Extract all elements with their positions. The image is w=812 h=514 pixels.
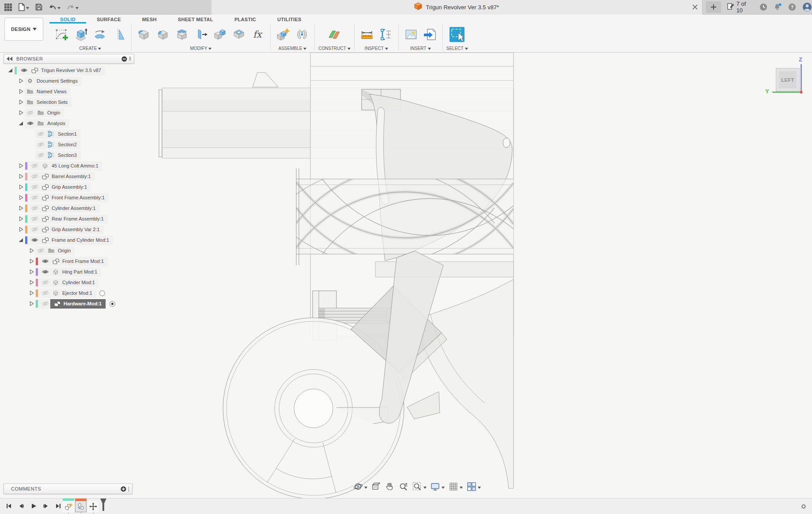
- revolve-button[interactable]: [91, 24, 109, 45]
- browser-row-45-long-colt-ammo-1[interactable]: 45 Long Colt Ammo:1: [4, 160, 134, 171]
- chamfer-button[interactable]: [154, 24, 172, 45]
- visibility-off-icon[interactable]: [30, 184, 38, 190]
- viewcube[interactable]: Z Y LEFT: [762, 55, 811, 98]
- arrow-collapsed-icon[interactable]: [18, 173, 24, 179]
- step-forward-button[interactable]: [42, 503, 49, 510]
- browser-row-ejector-mod-1[interactable]: Ejector Mod:1: [4, 288, 134, 298]
- browser-row-section1[interactable]: Section1: [4, 129, 134, 139]
- arrow-expanded-icon[interactable]: [18, 237, 24, 243]
- visibility-off-icon[interactable]: [30, 226, 38, 232]
- arrow-collapsed-icon[interactable]: [18, 184, 24, 190]
- undo-button[interactable]: [49, 3, 60, 11]
- arrow-collapsed-icon[interactable]: [18, 78, 24, 84]
- file-new-button[interactable]: [18, 3, 29, 11]
- browser-row-section2[interactable]: Section2: [4, 139, 134, 150]
- visibility-off-icon[interactable]: [37, 247, 45, 254]
- browser-row-origin[interactable]: Origin: [4, 107, 134, 118]
- zoom-button[interactable]: [399, 482, 408, 491]
- go-to-end-button[interactable]: [55, 503, 62, 510]
- arrow-collapsed-icon[interactable]: [18, 216, 24, 222]
- activate-component-radio[interactable]: [99, 290, 105, 296]
- notifications-button[interactable]: [774, 3, 782, 11]
- play-button[interactable]: [30, 503, 37, 510]
- visibility-off-icon[interactable]: [37, 141, 45, 148]
- tab-mesh[interactable]: MESH: [132, 15, 167, 23]
- visibility-on-icon[interactable]: [41, 269, 49, 275]
- measure-button[interactable]: [358, 24, 376, 45]
- visibility-on-icon[interactable]: [41, 258, 49, 264]
- activate-component-radio[interactable]: [110, 301, 115, 307]
- group-label-create[interactable]: CREATE: [79, 46, 102, 51]
- browser-row-named-views[interactable]: Named Views: [4, 86, 134, 97]
- construction-plane-button[interactable]: [325, 24, 343, 45]
- arrow-collapsed-icon[interactable]: [18, 99, 24, 105]
- browser-row-trigun-revolver-ver-3-5-v87[interactable]: Trigun Revolver Ver 3.5 v87: [4, 65, 134, 76]
- timeline-feature-joint-small[interactable]: [75, 499, 87, 512]
- go-to-start-button[interactable]: [5, 503, 12, 510]
- help-button[interactable]: ?: [788, 3, 796, 11]
- change-parameters-button[interactable]: fx: [249, 24, 267, 45]
- selected-item-highlight[interactable]: Hardware-Mod:1: [50, 299, 106, 308]
- fit-view-button[interactable]: [412, 482, 427, 491]
- group-label-assemble[interactable]: ASSEMBLE: [279, 46, 307, 51]
- browser-row-hing-part-mod-1[interactable]: Hing Part Mod:1: [4, 267, 134, 277]
- browser-row-selection-sets[interactable]: Selection Sets: [4, 97, 134, 107]
- combine-button[interactable]: [211, 24, 229, 45]
- arrow-collapsed-icon[interactable]: [18, 194, 24, 201]
- visibility-off-icon[interactable]: [30, 163, 38, 169]
- joint-button[interactable]: [293, 24, 311, 45]
- fillet-button[interactable]: [135, 24, 153, 45]
- browser-row-cylinder-mod-1[interactable]: Cylinder Mod:1: [4, 277, 134, 288]
- extrude-button[interactable]: [72, 24, 90, 45]
- canvas-image-button[interactable]: [402, 24, 420, 45]
- group-label-construct[interactable]: CONSTRUCT: [318, 46, 351, 51]
- offset-face-button[interactable]: [230, 24, 248, 45]
- panel-resize-handle[interactable]: |: [128, 486, 129, 492]
- group-label-inspect[interactable]: INSPECT: [365, 46, 388, 51]
- orbit-button[interactable]: [353, 482, 367, 491]
- arrow-collapsed-icon[interactable]: [28, 247, 34, 254]
- timeline-feature-move[interactable]: [87, 499, 99, 512]
- section-analysis-button[interactable]: [377, 24, 395, 45]
- collapse-panel-icon[interactable]: [7, 57, 13, 61]
- version-indicator[interactable]: 7 of 10: [727, 0, 754, 14]
- save-button[interactable]: [35, 4, 42, 11]
- tab-surface[interactable]: SURFACE: [86, 15, 132, 23]
- browser-row-analysis[interactable]: Analysis: [4, 118, 134, 129]
- browser-header[interactable]: BROWSER ‖: [4, 54, 134, 64]
- arrow-collapsed-icon[interactable]: [18, 110, 24, 116]
- browser-row-barrel-assembly-1[interactable]: Barrel Assembly:1: [4, 171, 134, 182]
- redo-button[interactable]: [67, 3, 79, 11]
- grid-snaps-button[interactable]: [449, 482, 463, 491]
- shell-button[interactable]: [173, 24, 191, 45]
- arrow-collapsed-icon[interactable]: [28, 279, 34, 286]
- visibility-on-icon[interactable]: [30, 237, 38, 243]
- browser-row-front-frame-assembly-1[interactable]: Front Frame Assembly:1: [4, 192, 134, 203]
- comments-bar[interactable]: COMMENTS |: [4, 484, 132, 494]
- panel-resize-handle[interactable]: ‖: [129, 56, 131, 62]
- document-tab[interactable]: Trigun Revolver Ver 3.5 v87*: [211, 0, 702, 15]
- group-label-modify[interactable]: MODIFY: [190, 46, 212, 51]
- look-at-button[interactable]: [371, 482, 381, 491]
- browser-row-rear-frame-assembly-1[interactable]: Rear Frame Assembly:1: [4, 213, 134, 224]
- visibility-on-icon[interactable]: [20, 67, 28, 73]
- arrow-collapsed-icon[interactable]: [18, 226, 24, 232]
- browser-row-grip-assembly-var-2-1[interactable]: Grip Assembly Var 2:1: [4, 224, 134, 235]
- arrow-collapsed-icon[interactable]: [28, 258, 34, 264]
- browser-row-grip-assembly-1[interactable]: Grip Assembly:1: [4, 182, 134, 192]
- add-comment-icon[interactable]: [121, 486, 126, 492]
- create-sketch-button[interactable]: [53, 24, 71, 45]
- close-icon[interactable]: [692, 4, 698, 11]
- visibility-off-icon[interactable]: [30, 173, 38, 179]
- select-button[interactable]: [448, 24, 466, 45]
- visibility-off-icon[interactable]: [30, 194, 38, 201]
- visibility-off-icon[interactable]: [41, 290, 49, 296]
- browser-row-origin[interactable]: Origin: [4, 245, 134, 256]
- arrow-collapsed-icon[interactable]: [28, 290, 34, 296]
- new-component-button[interactable]: [274, 24, 292, 45]
- group-label-insert[interactable]: INSERT: [410, 46, 431, 51]
- visibility-off-icon[interactable]: [26, 110, 34, 116]
- tab-solid[interactable]: SOLID: [49, 15, 86, 23]
- browser-row-cylinder-assembly-1[interactable]: Cylinder Assembly:1: [4, 203, 134, 213]
- display-settings-button[interactable]: [431, 482, 445, 491]
